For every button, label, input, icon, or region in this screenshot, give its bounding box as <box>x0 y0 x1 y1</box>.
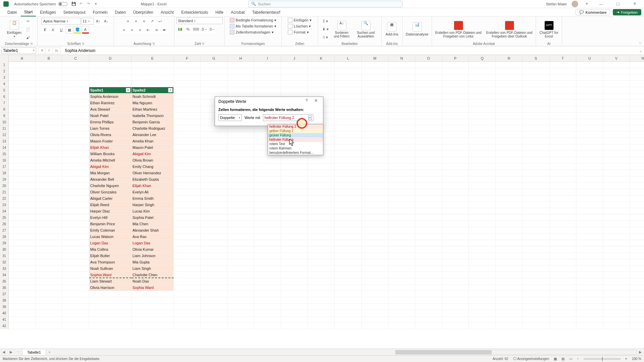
cell[interactable] <box>388 202 415 208</box>
dialog-launcher-icon[interactable]: ⧉ <box>82 42 84 46</box>
cell[interactable] <box>254 285 281 291</box>
cell[interactable] <box>469 304 496 310</box>
cell[interactable] <box>603 157 630 164</box>
row-header[interactable]: 31 <box>0 253 9 259</box>
cell[interactable] <box>9 265 36 272</box>
cell[interactable] <box>308 323 335 329</box>
cell[interactable]: Elijah Khan <box>131 183 174 189</box>
cell[interactable] <box>630 202 644 208</box>
cell[interactable] <box>496 323 523 329</box>
cell[interactable] <box>131 62 174 68</box>
cell[interactable] <box>549 151 576 157</box>
cell[interactable] <box>36 227 62 234</box>
cell[interactable] <box>523 215 549 221</box>
cell[interactable] <box>442 253 469 259</box>
cell[interactable] <box>496 74 523 81</box>
cell[interactable] <box>62 74 89 81</box>
cell[interactable]: Abigail Kim <box>89 164 131 170</box>
cell[interactable] <box>254 208 281 215</box>
column-header[interactable]: S <box>523 55 549 62</box>
cell[interactable] <box>415 291 442 297</box>
cell[interactable] <box>36 176 62 183</box>
cell[interactable] <box>442 157 469 164</box>
cell[interactable] <box>576 62 603 68</box>
dialog-launcher-icon[interactable]: ⧉ <box>153 42 155 46</box>
column-header[interactable]: F <box>174 55 201 62</box>
cell[interactable] <box>227 144 254 151</box>
cell[interactable] <box>388 68 415 74</box>
autosum-icon[interactable]: Σ ▾ <box>322 18 329 25</box>
cell[interactable] <box>335 240 362 246</box>
column-header[interactable]: K <box>308 55 335 62</box>
cell[interactable] <box>469 323 496 329</box>
cell[interactable] <box>630 189 644 195</box>
cell[interactable] <box>496 68 523 74</box>
cell[interactable] <box>576 183 603 189</box>
cell[interactable] <box>9 304 36 310</box>
cell[interactable] <box>496 316 523 323</box>
cell[interactable] <box>36 113 62 119</box>
create-pdf-outlook-button[interactable]: Erstellen von PDF-Dateien und Freigeben … <box>485 21 534 38</box>
cell[interactable]: Noah Patel <box>89 113 131 119</box>
cell[interactable] <box>523 240 549 246</box>
cell[interactable] <box>415 310 442 316</box>
cell[interactable] <box>9 278 36 285</box>
comments-button[interactable]: 💬 Kommentare <box>576 9 610 15</box>
cell[interactable] <box>603 297 630 304</box>
cell[interactable] <box>201 246 227 253</box>
cell[interactable] <box>362 304 388 310</box>
cell[interactable] <box>62 62 89 68</box>
cell[interactable] <box>523 68 549 74</box>
cell[interactable] <box>576 189 603 195</box>
cell[interactable] <box>335 259 362 265</box>
cell[interactable] <box>254 272 281 278</box>
cell[interactable] <box>281 316 308 323</box>
cell[interactable] <box>576 285 603 291</box>
enter-formula-icon[interactable]: ✓ <box>46 47 53 54</box>
cell[interactable] <box>201 265 227 272</box>
cell[interactable] <box>523 316 549 323</box>
cell[interactable] <box>227 151 254 157</box>
cell[interactable] <box>281 74 308 81</box>
cell[interactable] <box>469 240 496 246</box>
cell[interactable]: Mia Morgan <box>89 170 131 176</box>
cell[interactable] <box>281 310 308 316</box>
cell[interactable] <box>523 132 549 138</box>
cell[interactable] <box>254 189 281 195</box>
percent-icon[interactable]: % <box>184 25 192 33</box>
cell[interactable] <box>496 138 523 144</box>
cell[interactable] <box>576 138 603 144</box>
cell[interactable] <box>174 253 201 259</box>
cell[interactable] <box>9 81 36 87</box>
cell[interactable] <box>415 221 442 227</box>
dialog-close-button[interactable]: ✕ <box>312 98 320 105</box>
cell[interactable] <box>496 113 523 119</box>
cell[interactable] <box>388 323 415 329</box>
cell[interactable] <box>388 87 415 94</box>
cell[interactable] <box>630 100 644 106</box>
cell[interactable] <box>308 221 335 227</box>
copy-icon[interactable]: 📄 <box>24 26 32 33</box>
cell[interactable] <box>36 253 62 259</box>
cell[interactable] <box>62 272 89 278</box>
cell[interactable] <box>36 106 62 113</box>
cell[interactable]: Isabella Thompson <box>131 113 174 119</box>
cell[interactable] <box>630 291 644 297</box>
cell[interactable] <box>388 144 415 151</box>
cell[interactable] <box>281 297 308 304</box>
cell[interactable] <box>496 100 523 106</box>
cell[interactable] <box>254 221 281 227</box>
cell[interactable] <box>549 272 576 278</box>
cell[interactable] <box>362 265 388 272</box>
cell[interactable]: Ava Stewart <box>89 106 131 113</box>
cell[interactable] <box>131 74 174 81</box>
tab-einfügen[interactable]: Einfügen <box>37 9 59 16</box>
cell[interactable] <box>496 151 523 157</box>
cell[interactable] <box>415 297 442 304</box>
cell[interactable] <box>227 285 254 291</box>
cell[interactable] <box>576 106 603 113</box>
cell[interactable] <box>62 164 89 170</box>
cell[interactable] <box>469 215 496 221</box>
cell[interactable] <box>630 259 644 265</box>
cell[interactable] <box>174 157 201 164</box>
